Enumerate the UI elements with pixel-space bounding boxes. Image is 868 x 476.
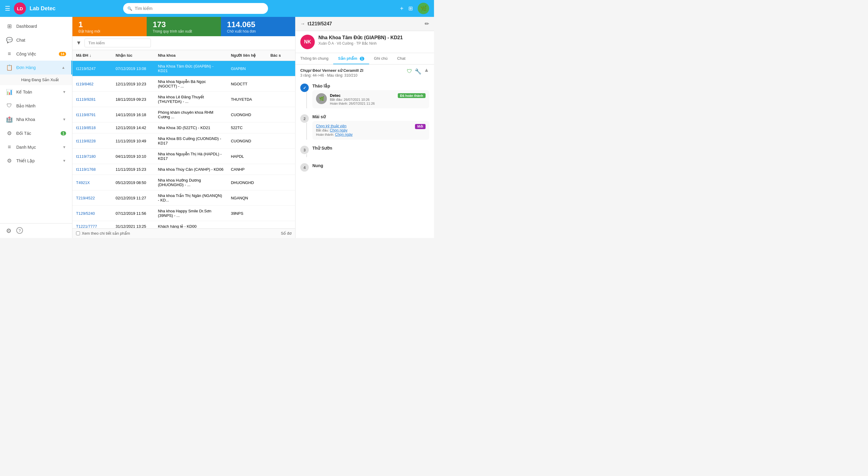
- cell-nhan: 31/12/2021 13:25: [112, 224, 154, 228]
- panel-edit-icon[interactable]: ✏: [425, 21, 429, 27]
- table-row[interactable]: t1119/1768 11/11/2019 15:23 Nha khoa Thù…: [72, 164, 295, 175]
- collapse-btn[interactable]: ▲: [424, 67, 429, 75]
- table-row[interactable]: T1221/7777 31/12/2021 13:25 Khách hàng l…: [72, 221, 295, 228]
- cell-nguoi: NGANQN: [227, 196, 267, 200]
- sidebar-item-don-hang[interactable]: 📋 Đơn Hàng ▲: [0, 61, 72, 74]
- cell-nguoi: CANHP: [227, 167, 267, 172]
- qr-icon[interactable]: ⊞: [408, 5, 413, 12]
- cell-nguoi: NGOCTT: [227, 82, 267, 86]
- sidebar-item-hang-san-xuat[interactable]: Hàng Đang Sản Xuất: [16, 74, 72, 85]
- step-name-1: Tháo lắp: [312, 84, 429, 88]
- cell-ma: t1119/8518: [72, 126, 112, 130]
- step-meta-start-1: Bắt đầu: 26/07/2021 10:26: [330, 98, 395, 102]
- doi-tac-icon: ⚙: [6, 130, 13, 137]
- table-search-input[interactable]: [85, 39, 151, 47]
- table-row[interactable]: T129/5240 07/12/2019 11:56 Nha khoa Happ…: [72, 206, 295, 221]
- table-row[interactable]: t1219/5247 07/12/2019 13:08 Nha Khoa Tâm…: [72, 61, 295, 76]
- stat-in-production-number: 173: [153, 20, 215, 29]
- sidebar-label-dashboard: Dashboard: [16, 24, 37, 29]
- sidebar-item-ke-toan[interactable]: 📊 Kế Toán ▼: [0, 85, 72, 99]
- panel-dentist-name: Nha Khoa Tâm Đức (GIAPBN) - KD21: [318, 35, 403, 40]
- step-item-3: 3 Thử Sườn: [300, 146, 429, 157]
- sidebar-item-nha-khoa[interactable]: 🏥 Nha Khoa ▼: [0, 113, 72, 126]
- step-link-2[interactable]: Chọn kỹ thuật viên: [316, 124, 352, 128]
- col-header-bac: Bác s: [267, 53, 295, 58]
- step-badge-2: Mới: [415, 124, 426, 129]
- stats-bar: 1 Đặt hàng mới 173 Trong quy trình sản x…: [72, 17, 295, 36]
- add-icon[interactable]: +: [400, 5, 404, 12]
- step-meta-start-link-2[interactable]: Chọn ngày: [330, 128, 347, 132]
- table-row[interactable]: t119/8462 12/11/2019 10:23 Nha khoa Nguy…: [72, 76, 295, 92]
- header-actions: + ⊞ 🌿: [400, 3, 429, 14]
- cell-nha: Nha Khoa 3D (522TC) - KD21: [154, 126, 227, 130]
- ke-toan-icon: 📊: [6, 89, 13, 95]
- sidebar-item-thiet-lap[interactable]: ⚙ Thiết Lập ▼: [0, 154, 72, 168]
- footer-checkbox-label[interactable]: Xem theo chi tiết sản phẩm: [76, 231, 130, 235]
- tab-thong-tin-chung[interactable]: Thông tin chung: [296, 53, 333, 64]
- shield-action-icon[interactable]: 🛡: [407, 68, 412, 75]
- table-toolbar: ▼: [72, 36, 295, 50]
- table-row[interactable]: t1119/9281 18/11/2019 09:23 Nha khoa Lê …: [72, 92, 295, 107]
- cell-ma: t1119/7180: [72, 154, 112, 159]
- step-item-2: 2 Mài sứ Chọn kỹ thuật viên: [300, 114, 429, 140]
- stat-awaiting-invoice: 114.065 Chờ xuất hóa đơn: [221, 17, 295, 36]
- sidebar-item-doi-tac[interactable]: ⚙ Đối Tác 1: [0, 126, 72, 140]
- help-icon[interactable]: ?: [16, 227, 23, 234]
- sidebar-footer: ⚙ ?: [0, 223, 72, 238]
- cell-nguoi: GIAPBN: [227, 66, 267, 71]
- tab-ghi-chu[interactable]: Ghi chú: [369, 53, 392, 64]
- step-meta-end-link-2[interactable]: Chọn ngày: [335, 132, 352, 137]
- tab-san-pham[interactable]: Sản phẩm 1: [333, 53, 369, 64]
- filter-icon[interactable]: ▼: [76, 40, 82, 46]
- hang-san-xuat-label: Hàng Đang Sản Xuất: [21, 77, 59, 82]
- table-row[interactable]: t1119/7180 04/11/2019 10:10 Nha khoa Ngu…: [72, 149, 295, 164]
- search-input[interactable]: [134, 6, 264, 11]
- panel-tabs: Thông tin chung Sản phẩm 1 Ghi chú Chat: [296, 53, 434, 65]
- step-card-inner-1: 🌿 Detec Bắt đầu: 26/07/2021 10:26 Hoàn t…: [316, 93, 426, 105]
- col-header-nguoi: Người liên hệ: [227, 53, 267, 58]
- sidebar-item-bao-hanh[interactable]: 🛡 Bảo Hành: [0, 99, 72, 113]
- sidebar-item-danh-muc[interactable]: ≡ Danh Mục ▼: [0, 140, 72, 154]
- cell-ma: t1119/9281: [72, 97, 112, 102]
- danh-muc-chevron: ▼: [62, 145, 66, 149]
- step-name-4: Nung: [312, 163, 429, 168]
- cell-nhan: 12/11/2019 10:23: [112, 82, 154, 86]
- col-header-nhan: Nhận lúc: [112, 53, 154, 58]
- user-avatar[interactable]: 🌿: [418, 3, 429, 14]
- footer-checkbox[interactable]: [76, 231, 80, 235]
- table-row[interactable]: t1119/8228 11/11/2019 10:49 Nha Khoa BS …: [72, 133, 295, 149]
- cell-ma: T4921X: [72, 180, 112, 185]
- step-card-2: Chọn kỹ thuật viên Bắt đầu: Chọn ngày Ho…: [312, 121, 429, 140]
- sidebar-item-cong-viec[interactable]: ≡ Công Việc 14: [0, 47, 72, 61]
- wrench-action-icon[interactable]: 🔧: [415, 68, 421, 75]
- tab-chat[interactable]: Chat: [392, 53, 410, 64]
- sidebar-label-nha-khoa: Nha Khoa: [16, 117, 35, 122]
- step-name-2: Mài sứ: [312, 114, 429, 119]
- app-avatar: LD: [14, 2, 26, 14]
- cong-viec-badge: 14: [59, 52, 66, 56]
- cell-nhan: 11/11/2019 10:49: [112, 139, 154, 143]
- step-meta-end-1: Hoàn thành: 26/07/2021 11:26: [330, 102, 395, 105]
- step-meta-end-2: Hoàn thành: Chọn ngày: [316, 132, 352, 137]
- col-header-nha: Nha khoa: [154, 53, 227, 58]
- col-header-ma[interactable]: Mã ĐH ↓: [72, 53, 112, 58]
- cell-nhan: 07/12/2019 11:56: [112, 211, 154, 216]
- table-row[interactable]: t1119/8791 14/11/2019 16:18 Phòng khám c…: [72, 107, 295, 123]
- panel-arrow-icon: →: [300, 21, 305, 27]
- settings-icon[interactable]: ⚙: [6, 227, 11, 234]
- cell-ma: t1119/1768: [72, 167, 112, 172]
- cell-ma: T219/4522: [72, 196, 112, 200]
- sidebar-item-chat[interactable]: 💬 Chat: [0, 33, 72, 47]
- step-number-1: ✓: [300, 84, 309, 92]
- sidebar-item-dashboard[interactable]: ⊞ Dashboard: [0, 19, 72, 33]
- step-line-2: [306, 123, 307, 140]
- cell-nhan: 04/11/2019 10:10: [112, 154, 154, 159]
- table-row[interactable]: T4921X 05/12/2019 08:50 Nha khoa Hướng D…: [72, 175, 295, 190]
- table-row[interactable]: t1119/8518 12/11/2019 14:42 Nha Khoa 3D …: [72, 123, 295, 133]
- sidebar-label-danh-muc: Danh Mục: [16, 145, 36, 150]
- cell-nhan: 12/11/2019 14:42: [112, 126, 154, 130]
- menu-icon[interactable]: ☰: [5, 5, 10, 12]
- table-row[interactable]: T219/4522 02/12/2019 11:27 Nha khoa Trần…: [72, 190, 295, 206]
- cell-ma: t1119/8228: [72, 139, 112, 143]
- cell-nguoi: DHUONGHD: [227, 180, 267, 185]
